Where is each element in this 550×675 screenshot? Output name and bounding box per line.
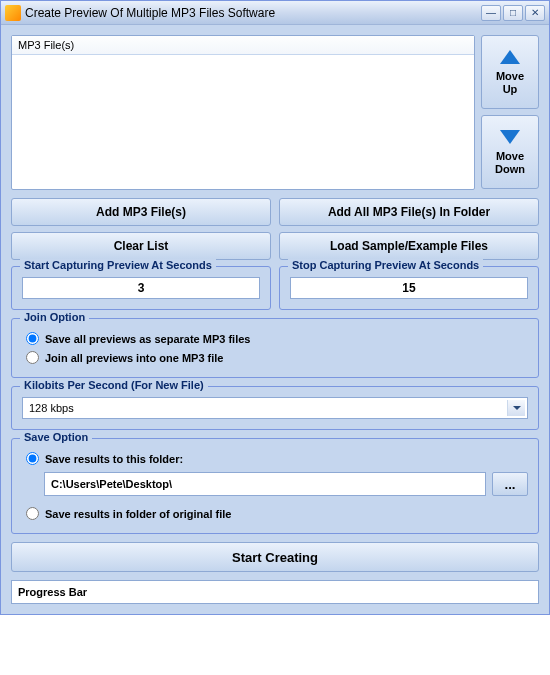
start-seconds-input[interactable] [22, 277, 260, 299]
file-list[interactable]: MP3 File(s) [11, 35, 475, 190]
add-folder-button[interactable]: Add All MP3 File(s) In Folder [279, 198, 539, 226]
titlebar: Create Preview Of Multiple MP3 Files Sof… [1, 1, 549, 25]
move-down-button[interactable]: MoveDown [481, 115, 539, 189]
start-creating-button[interactable]: Start Creating [11, 542, 539, 572]
save-original-folder-radio[interactable]: Save results in folder of original file [22, 504, 528, 523]
stop-seconds-input[interactable] [290, 277, 528, 299]
window-title: Create Preview Of Multiple MP3 Files Sof… [25, 6, 481, 20]
arrow-down-icon [500, 130, 520, 144]
join-separate-radio[interactable]: Save all previews as separate MP3 files [22, 329, 528, 348]
arrow-up-icon [500, 50, 520, 64]
chevron-down-icon [507, 400, 525, 416]
stop-capture-group: Stop Capturing Preview At Seconds [279, 266, 539, 310]
save-to-folder-radio[interactable]: Save results to this folder: [22, 449, 528, 468]
move-up-button[interactable]: MoveUp [481, 35, 539, 109]
maximize-button[interactable]: □ [503, 5, 523, 21]
add-files-button[interactable]: Add MP3 File(s) [11, 198, 271, 226]
save-option-group: Save Option Save results to this folder:… [11, 438, 539, 534]
main-window: Create Preview Of Multiple MP3 Files Sof… [0, 0, 550, 615]
kilobits-select[interactable]: 128 kbps [22, 397, 528, 419]
save-path-input[interactable] [44, 472, 486, 496]
load-sample-button[interactable]: Load Sample/Example Files [279, 232, 539, 260]
join-one-radio[interactable]: Join all previews into one MP3 file [22, 348, 528, 367]
kilobits-group: Kilobits Per Second (For New File) 128 k… [11, 386, 539, 430]
file-list-header: MP3 File(s) [12, 36, 474, 55]
browse-button[interactable]: ... [492, 472, 528, 496]
minimize-button[interactable]: — [481, 5, 501, 21]
progress-bar: Progress Bar [11, 580, 539, 604]
start-capture-group: Start Capturing Preview At Seconds [11, 266, 271, 310]
clear-list-button[interactable]: Clear List [11, 232, 271, 260]
close-button[interactable]: ✕ [525, 5, 545, 21]
app-icon [5, 5, 21, 21]
join-option-group: Join Option Save all previews as separat… [11, 318, 539, 378]
